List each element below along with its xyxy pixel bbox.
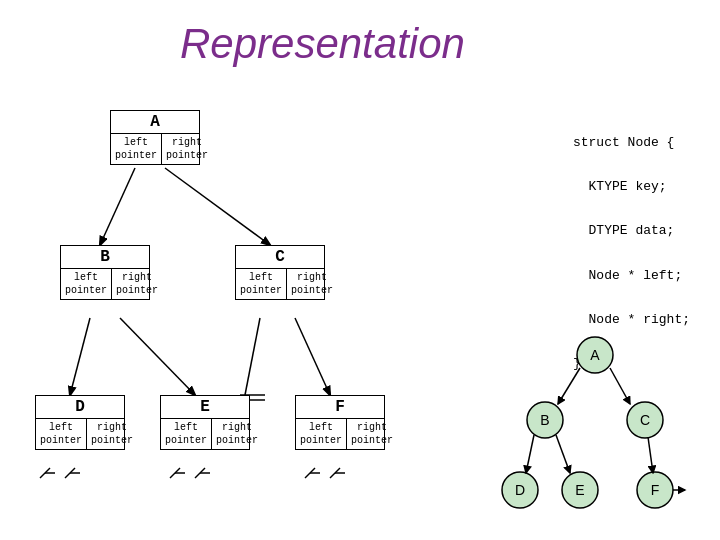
tree-diagram: A left pointer right pointer B left poin… [30, 100, 460, 520]
node-A-left: left pointer [111, 134, 162, 164]
svg-text:B: B [540, 412, 549, 428]
page-title: Representation [180, 20, 465, 68]
node-B-left: left pointer [61, 269, 112, 299]
node-E-label: E [161, 396, 249, 419]
svg-line-1 [165, 168, 270, 245]
struct-line1: struct Node { [573, 135, 674, 150]
svg-line-34 [526, 435, 534, 473]
node-E-left: left pointer [161, 419, 212, 449]
node-F-right: right pointer [347, 419, 397, 449]
node-D-left: left pointer [36, 419, 87, 449]
svg-line-32 [558, 368, 580, 404]
node-D-right: right pointer [87, 419, 137, 449]
svg-line-12 [195, 468, 205, 478]
node-C-label: C [236, 246, 324, 269]
svg-line-36 [648, 437, 653, 473]
struct-line5: Node * right; [573, 312, 690, 327]
svg-text:C: C [640, 412, 650, 428]
small-tree-svg: A B C D E F [500, 330, 690, 520]
node-A-right: right pointer [162, 134, 212, 164]
node-F-label: F [296, 396, 384, 419]
svg-text:E: E [575, 482, 584, 498]
svg-line-6 [40, 468, 50, 478]
struct-line4: Node * left; [573, 268, 682, 283]
svg-line-33 [610, 368, 630, 404]
svg-line-35 [556, 435, 570, 473]
svg-line-16 [330, 468, 340, 478]
node-C-left: left pointer [236, 269, 287, 299]
svg-line-5 [295, 318, 330, 395]
node-B: B left pointer right pointer [60, 245, 150, 300]
node-C-right: right pointer [287, 269, 337, 299]
svg-line-4 [245, 318, 260, 395]
node-D: D left pointer right pointer [35, 395, 125, 450]
struct-line2: KTYPE key; [573, 179, 667, 194]
node-E-right: right pointer [212, 419, 262, 449]
node-B-right: right pointer [112, 269, 162, 299]
node-A-label: A [111, 111, 199, 134]
struct-line3: DTYPE data; [573, 223, 674, 238]
node-F: F left pointer right pointer [295, 395, 385, 450]
node-A: A left pointer right pointer [110, 110, 200, 165]
svg-text:A: A [590, 347, 600, 363]
node-B-label: B [61, 246, 149, 269]
svg-line-14 [305, 468, 315, 478]
node-E: E left pointer right pointer [160, 395, 250, 450]
svg-line-3 [120, 318, 195, 395]
svg-line-2 [70, 318, 90, 395]
svg-line-8 [65, 468, 75, 478]
svg-line-0 [100, 168, 135, 245]
node-F-left: left pointer [296, 419, 347, 449]
tree-arrows [30, 100, 460, 520]
node-D-label: D [36, 396, 124, 419]
node-C: C left pointer right pointer [235, 245, 325, 300]
svg-text:D: D [515, 482, 525, 498]
svg-line-10 [170, 468, 180, 478]
svg-text:F: F [651, 482, 660, 498]
small-tree-diagram: A B C D E F [500, 330, 690, 520]
